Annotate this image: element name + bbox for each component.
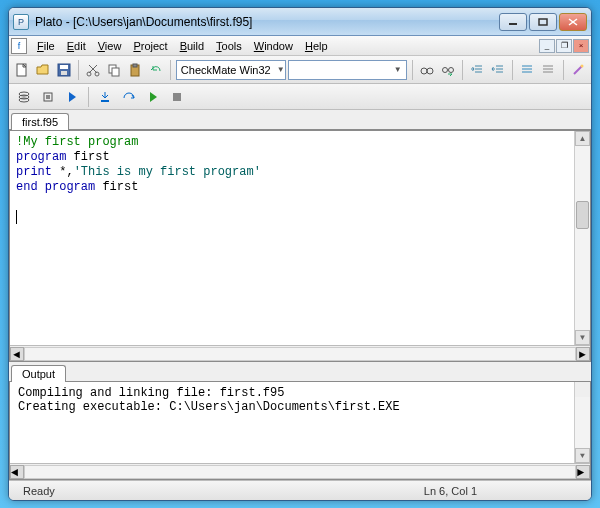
mdi-minimize-button[interactable]: _	[539, 39, 555, 53]
scroll-down-button[interactable]: ▼	[575, 330, 590, 345]
editor-hscrollbar[interactable]: ◄ ►	[10, 345, 590, 361]
chevron-down-icon: ▼	[394, 65, 402, 74]
system-menu-icon[interactable]: f	[11, 38, 27, 54]
output-tab-label: Output	[22, 368, 55, 380]
scroll-track[interactable]	[24, 347, 576, 361]
output-tab[interactable]: Output	[11, 365, 66, 382]
gear-stack-icon	[41, 90, 55, 104]
output-pane: Output Compiling and linking file: first…	[9, 362, 591, 480]
scroll-thumb[interactable]	[576, 201, 589, 229]
scroll-left-button[interactable]: ◄	[10, 465, 24, 479]
help-button[interactable]	[568, 59, 587, 81]
output-line: Compiling and linking file: first.f95	[18, 386, 284, 400]
toolbar-main: CheckMate Win32 ▼ ▼	[9, 56, 591, 84]
close-button[interactable]	[559, 13, 587, 31]
step-into-button[interactable]	[94, 86, 116, 108]
svg-point-16	[421, 68, 427, 74]
app-icon: P	[13, 14, 29, 30]
wand-icon	[571, 63, 585, 77]
menu-project[interactable]: Project	[127, 38, 173, 54]
menu-file[interactable]: File	[31, 38, 61, 54]
undo-button[interactable]	[146, 59, 165, 81]
code-editor[interactable]: !My first program program first print *,…	[10, 131, 590, 345]
scroll-track[interactable]	[575, 146, 590, 330]
maximize-button[interactable]	[529, 13, 557, 31]
scroll-up-button[interactable]: ▲	[575, 131, 590, 146]
run-button[interactable]	[61, 86, 83, 108]
window-title: Plato - [C:\Users\jan\Documents\first.f9…	[35, 15, 499, 29]
output-tabstrip: Output	[9, 362, 591, 382]
editor-tab-label: first.f95	[22, 116, 58, 128]
output-text[interactable]: Compiling and linking file: first.f95 Cr…	[9, 382, 591, 480]
stop-button[interactable]	[166, 86, 188, 108]
comment-button[interactable]	[518, 59, 537, 81]
toolbar-separator	[512, 60, 513, 80]
output-hscrollbar[interactable]: ◄ ►	[10, 463, 590, 479]
toolbar-separator	[412, 60, 413, 80]
scroll-track[interactable]	[575, 397, 590, 448]
editor-area: !My first program program first print *,…	[9, 130, 591, 362]
save-button[interactable]	[54, 59, 73, 81]
indent-button[interactable]	[468, 59, 487, 81]
svg-rect-40	[173, 93, 181, 101]
config-combo[interactable]: CheckMate Win32 ▼	[176, 60, 286, 80]
mdi-restore-button[interactable]: ❐	[556, 39, 572, 53]
build-button[interactable]	[37, 86, 59, 108]
code-ident: first	[66, 150, 109, 164]
compile-button[interactable]	[13, 86, 35, 108]
menu-edit[interactable]: Edit	[61, 38, 92, 54]
outdent-button[interactable]	[488, 59, 507, 81]
titlebar[interactable]: P Plato - [C:\Users\jan\Documents\first.…	[9, 8, 591, 36]
app-window: P Plato - [C:\Users\jan\Documents\first.…	[8, 7, 592, 501]
code-keyword: print	[16, 165, 52, 179]
code-ident: first	[95, 180, 138, 194]
new-file-button[interactable]	[13, 59, 32, 81]
output-line: Creating executable: C:\Users\jan\Docume…	[18, 400, 400, 414]
step-into-icon	[98, 90, 112, 104]
toolbar-separator	[563, 60, 564, 80]
chevron-down-icon: ▼	[277, 65, 285, 74]
svg-point-17	[427, 68, 433, 74]
minimize-button[interactable]	[499, 13, 527, 31]
scroll-track[interactable]	[24, 465, 576, 479]
output-vscrollbar[interactable]: ▲ ▼	[574, 382, 590, 463]
menu-window[interactable]: Window	[248, 38, 299, 54]
uncomment-button[interactable]	[539, 59, 558, 81]
menu-help[interactable]: Help	[299, 38, 334, 54]
scroll-down-button[interactable]: ▼	[575, 448, 590, 463]
svg-rect-7	[61, 71, 67, 75]
cut-button[interactable]	[84, 59, 103, 81]
binoculars-icon	[420, 63, 434, 77]
outdent-icon	[491, 63, 505, 77]
code-keyword: program	[16, 150, 66, 164]
copy-button[interactable]	[105, 59, 124, 81]
find-next-button[interactable]	[438, 59, 457, 81]
scroll-right-button[interactable]: ►	[576, 347, 590, 361]
menu-view[interactable]: View	[92, 38, 128, 54]
svg-point-18	[442, 67, 447, 72]
scroll-right-button[interactable]: ►	[576, 465, 590, 479]
svg-rect-39	[101, 100, 109, 102]
new-file-icon	[15, 63, 29, 77]
stack-icon	[17, 90, 31, 104]
menu-build[interactable]: Build	[174, 38, 210, 54]
svg-point-33	[580, 64, 583, 67]
copy-icon	[107, 63, 121, 77]
scroll-left-button[interactable]: ◄	[10, 347, 24, 361]
lines-icon	[520, 63, 534, 77]
step-over-button[interactable]	[118, 86, 140, 108]
open-file-button[interactable]	[34, 59, 53, 81]
target-combo[interactable]: ▼	[288, 60, 407, 80]
editor-tab[interactable]: first.f95	[11, 113, 69, 130]
menu-tools[interactable]: Tools	[210, 38, 248, 54]
config-combo-text: CheckMate Win32	[181, 64, 271, 76]
paste-button[interactable]	[126, 59, 145, 81]
play-icon	[65, 90, 79, 104]
stop-icon	[170, 90, 184, 104]
editor-vscrollbar[interactable]: ▲ ▼	[574, 131, 590, 345]
undo-icon	[149, 63, 163, 77]
mdi-close-button[interactable]: ×	[573, 39, 589, 53]
continue-button[interactable]	[142, 86, 164, 108]
find-button[interactable]	[417, 59, 436, 81]
svg-rect-38	[46, 95, 50, 99]
